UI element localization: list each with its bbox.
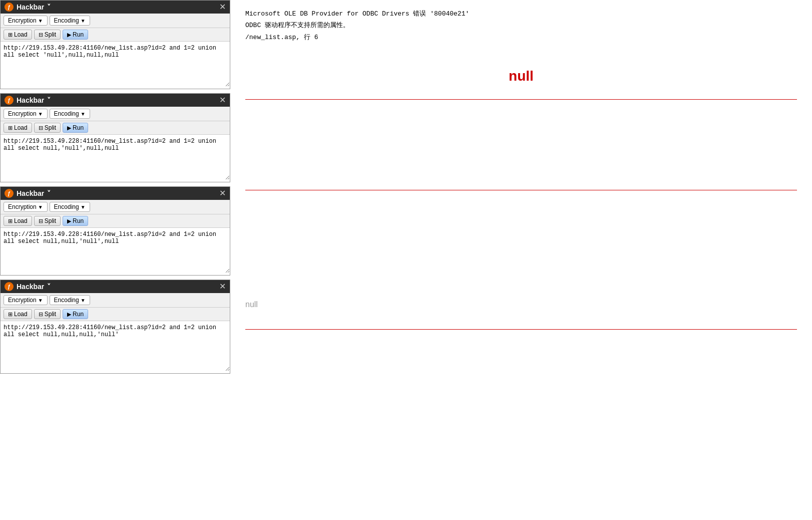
hackbar-logo-1: ƒ <box>5 3 14 12</box>
hackbar-2-encoding-button[interactable]: Encoding ▼ <box>50 109 90 119</box>
hackbar-2-close-button[interactable]: ✕ <box>219 96 226 104</box>
hackbar-2-load-button[interactable]: ⊞ Load <box>4 123 32 133</box>
response-section-4: null <box>245 290 797 330</box>
hackbar-1-textarea[interactable]: http://219.153.49.228:41160/new_list.asp… <box>1 42 230 87</box>
load-icon-2: ⊞ <box>8 125 13 131</box>
hackbar-3-split-label: Split <box>45 217 56 224</box>
split-icon-4: ⊟ <box>39 311 43 318</box>
hackbar-1-chevron: ˅ <box>47 3 51 11</box>
hackbar-4-title: Hackbar <box>17 283 44 291</box>
split-icon-3: ⊟ <box>39 218 43 224</box>
hackbar-3-encoding-button[interactable]: Encoding ▼ <box>50 202 90 212</box>
hackbar-1-header-left: ƒ Hackbar ˅ <box>5 3 51 12</box>
hackbar-4-close-button[interactable]: ✕ <box>219 283 226 291</box>
hackbar-3-chevron: ˅ <box>47 189 51 197</box>
hackbar-2-split-label: Split <box>45 124 56 131</box>
hackbar-1-actions: ⊞ Load ⊟ Split ▶ Run <box>1 28 230 42</box>
hackbar-4-load-button[interactable]: ⊞ Load <box>4 309 32 319</box>
hackbar-3-toolbar: Encryption ▼ Encoding ▼ <box>1 200 230 214</box>
split-icon-2: ⊟ <box>39 125 43 131</box>
hackbar-4-run-label: Run <box>73 311 84 318</box>
hackbar-2: ƒ Hackbar ˅ ✕ Encryption ▼ Encoding ▼ ⊞ … <box>0 93 230 182</box>
hackbar-1-toolbar: Encryption ▼ Encoding ▼ <box>1 14 230 28</box>
hackbar-4-chevron: ˅ <box>47 283 51 291</box>
hackbar-2-encoding-arrow: ▼ <box>81 111 86 117</box>
hackbar-2-run-label: Run <box>73 124 84 131</box>
hackbar-3-actions: ⊞ Load ⊟ Split ▶ Run <box>1 214 230 228</box>
right-panel: Microsoft OLE DB Provider for ODBC Drive… <box>230 0 812 520</box>
error-line1: Microsoft OLE DB Provider for ODBC Drive… <box>245 8 797 20</box>
hackbar-logo-2: ƒ <box>5 96 14 105</box>
red-divider-1 <box>245 99 797 100</box>
hackbar-1-encryption-button[interactable]: Encryption ▼ <box>4 16 48 26</box>
hackbar-3-split-button[interactable]: ⊟ Split <box>34 216 61 226</box>
hackbar-2-actions: ⊞ Load ⊟ Split ▶ Run <box>1 121 230 135</box>
run-icon-3: ▶ <box>67 218 71 224</box>
hackbar-1-encoding-arrow: ▼ <box>81 18 86 24</box>
hackbar-1-encoding-button[interactable]: Encoding ▼ <box>50 16 90 26</box>
run-icon-4: ▶ <box>67 311 71 318</box>
response-section-3 <box>245 190 797 290</box>
hackbar-3-title: Hackbar <box>17 189 44 197</box>
hackbar-3-encryption-arrow: ▼ <box>38 204 43 210</box>
error-block-1: Microsoft OLE DB Provider for ODBC Drive… <box>245 8 797 43</box>
hackbar-4-run-button[interactable]: ▶ Run <box>63 309 88 319</box>
hackbar-1-encoding-label: Encoding <box>54 17 79 24</box>
hackbar-2-run-button[interactable]: ▶ Run <box>63 123 88 133</box>
hackbar-2-toolbar: Encryption ▼ Encoding ▼ <box>1 107 230 121</box>
hackbar-3-run-button[interactable]: ▶ Run <box>63 216 88 226</box>
run-icon-2: ▶ <box>67 125 71 131</box>
hackbar-4-encoding-arrow: ▼ <box>81 298 86 303</box>
load-icon-1: ⊞ <box>8 32 13 38</box>
hackbar-4: ƒ Hackbar ˅ ✕ Encryption ▼ Encoding ▼ ⊞ … <box>0 280 230 374</box>
hackbar-3-encryption-button[interactable]: Encryption ▼ <box>4 202 48 212</box>
hackbar-1-close-button[interactable]: ✕ <box>219 3 226 11</box>
hackbar-3-textarea[interactable]: http://219.153.49.228:41160/new_list.asp… <box>1 228 230 273</box>
hackbar-3-close-button[interactable]: ✕ <box>219 189 226 197</box>
hackbar-1-load-label: Load <box>14 31 28 38</box>
hackbar-2-encryption-button[interactable]: Encryption ▼ <box>4 109 48 119</box>
response-section-2: null <box>245 53 797 100</box>
hackbar-2-header: ƒ Hackbar ˅ ✕ <box>1 94 230 107</box>
hackbar-1-header: ƒ Hackbar ˅ ✕ <box>1 1 230 14</box>
load-icon-3: ⊞ <box>8 218 13 224</box>
hackbar-3-load-button[interactable]: ⊞ Load <box>4 216 32 226</box>
hackbar-4-encoding-button[interactable]: Encoding ▼ <box>50 295 90 305</box>
hackbar-4-encoding-label: Encoding <box>54 297 79 304</box>
hackbar-1-title: Hackbar <box>17 3 44 11</box>
hackbar-4-load-label: Load <box>14 311 28 318</box>
hackbar-2-split-button[interactable]: ⊟ Split <box>34 123 61 133</box>
hackbar-3-header: ƒ Hackbar ˅ ✕ <box>1 187 230 200</box>
hackbar-4-split-button[interactable]: ⊟ Split <box>34 309 61 319</box>
run-icon-1: ▶ <box>67 32 71 38</box>
hackbar-4-textarea[interactable]: http://219.153.49.228:41160/new_list.asp… <box>1 321 230 371</box>
response-area: Microsoft OLE DB Provider for ODBC Drive… <box>240 8 802 330</box>
red-divider-3 <box>245 329 797 330</box>
hackbar-1-run-button[interactable]: ▶ Run <box>63 30 88 40</box>
hackbar-1: ƒ Hackbar ˅ ✕ Encryption ▼ Encoding ▼ ⊞ … <box>0 0 230 89</box>
red-divider-2 <box>245 190 797 190</box>
hackbar-3-encryption-label: Encryption <box>8 203 37 210</box>
hackbar-logo-3: ƒ <box>5 189 14 198</box>
hackbar-4-toolbar: Encryption ▼ Encoding ▼ <box>1 293 230 308</box>
left-panel: ƒ Hackbar ˅ ✕ Encryption ▼ Encoding ▼ ⊞ … <box>0 0 230 520</box>
hackbar-4-encryption-button[interactable]: Encryption ▼ <box>4 295 48 305</box>
hackbar-2-encoding-label: Encoding <box>54 110 79 117</box>
hackbar-4-split-label: Split <box>45 311 56 318</box>
hackbar-3-encoding-arrow: ▼ <box>81 204 86 210</box>
hackbar-2-load-label: Load <box>14 124 28 131</box>
hackbar-3-encoding-label: Encoding <box>54 203 79 210</box>
hackbar-1-split-button[interactable]: ⊟ Split <box>34 30 61 40</box>
hackbar-1-encryption-label: Encryption <box>8 17 37 24</box>
split-icon-1: ⊟ <box>39 32 43 38</box>
null-gray-value: null <box>245 290 797 324</box>
hackbar-4-header-left: ƒ Hackbar ˅ <box>5 282 51 291</box>
hackbar-4-encryption-label: Encryption <box>8 297 37 304</box>
hackbar-3-run-label: Run <box>73 217 84 224</box>
hackbar-2-header-left: ƒ Hackbar ˅ <box>5 96 51 105</box>
hackbar-1-load-button[interactable]: ⊞ Load <box>4 30 32 40</box>
hackbar-1-run-label: Run <box>73 31 84 38</box>
hackbar-2-encryption-arrow: ▼ <box>38 111 43 117</box>
hackbar-1-split-label: Split <box>45 31 56 38</box>
hackbar-2-textarea[interactable]: http://219.153.49.228:41160/new_list.asp… <box>1 135 230 180</box>
